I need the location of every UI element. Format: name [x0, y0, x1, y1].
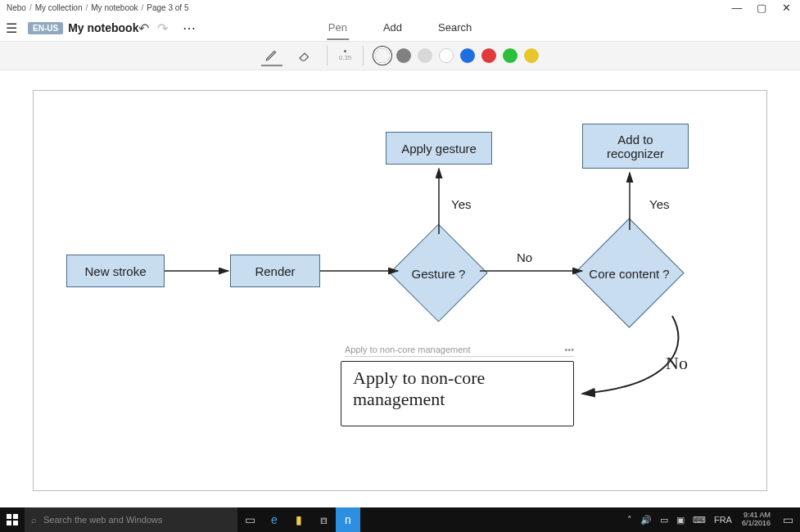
toolbar-divider [363, 46, 364, 65]
svg-rect-8 [13, 521, 18, 525]
system-tray: ˄ 🔊 ▭ ▣ ⌨ FRA [622, 515, 737, 525]
taskbar-app-edge[interactable]: e [262, 507, 287, 532]
action-center-button[interactable]: ▭ [775, 507, 800, 532]
eraser-icon [297, 48, 312, 63]
mode-tabs: Pen Add Search [327, 16, 473, 40]
taskbar-app-nebo[interactable]: n [336, 507, 360, 532]
clock-date: 6/1/2016 [742, 520, 771, 528]
node-text: Gesture ? [412, 266, 466, 280]
eraser-tool[interactable] [294, 45, 315, 66]
edge-label-yes: Yes [649, 197, 669, 211]
thickness-value: 0.35 [339, 54, 352, 61]
crumb-app[interactable]: Nebo [3, 3, 29, 12]
tab-add[interactable]: Add [382, 16, 404, 40]
edge-label-yes: Yes [451, 197, 471, 211]
more-button[interactable]: ⋯ [176, 20, 204, 36]
flow-decision-gesture[interactable]: Gesture ? [404, 238, 473, 308]
color-palette [375, 48, 539, 63]
edge-label-no: No [517, 250, 532, 264]
tray-network-icon[interactable]: ▭ [660, 515, 668, 525]
svg-rect-5 [7, 514, 11, 519]
windows-taskbar: ⌕ Search the web and Windows ▭ e ▮ ⧈ n ˄… [0, 507, 800, 532]
search-icon: ⌕ [31, 515, 37, 525]
flow-node-apply-gesture[interactable]: Apply gesture [386, 132, 492, 165]
notebook-title: My notebook [68, 21, 138, 34]
tray-keyboard-icon[interactable]: ⌨ [693, 515, 706, 525]
pen-icon [264, 47, 279, 62]
taskbar-app-explorer[interactable]: ▮ [287, 507, 311, 532]
pen-tool[interactable] [261, 45, 282, 66]
thickness-dot-icon [344, 50, 346, 52]
taskbar-clock[interactable]: 9:41 AM 6/1/2016 [737, 512, 775, 528]
node-text: Core content ? [589, 266, 669, 280]
crumb-collection[interactable]: My collection [32, 3, 86, 12]
task-view-button[interactable]: ▭ [237, 507, 262, 532]
undo-button[interactable]: ↶ [138, 20, 149, 36]
drawing-canvas[interactable]: New stroke Render Apply gesture Add to r… [33, 90, 767, 491]
window-maximize-button[interactable]: ▢ [756, 2, 767, 14]
tab-search[interactable]: Search [436, 16, 473, 40]
thickness-selector[interactable]: 0.35 [339, 50, 352, 61]
node-text: recognizer [607, 147, 664, 160]
tray-volume-icon[interactable]: 🔊 [640, 515, 652, 525]
color-swatch-white[interactable] [439, 48, 454, 63]
node-text: Add to [617, 133, 653, 147]
color-swatch-green[interactable] [503, 48, 518, 63]
color-swatch-gray[interactable] [396, 48, 411, 63]
toolbar-divider [327, 46, 328, 65]
svg-rect-7 [7, 521, 11, 525]
tray-up-icon[interactable]: ˄ [627, 515, 632, 525]
flow-decision-core-content[interactable]: Core content ? [590, 234, 668, 312]
color-swatch-lightgray[interactable] [418, 48, 432, 63]
search-placeholder: Search the web and Windows [43, 515, 163, 525]
flow-node-new-stroke[interactable]: New stroke [66, 255, 165, 287]
flow-node-add-recognizer[interactable]: Add to recognizer [582, 124, 689, 169]
tray-battery-icon[interactable]: ▣ [676, 515, 685, 525]
color-swatch-yellow[interactable] [524, 48, 539, 63]
color-swatch-blue[interactable] [460, 48, 475, 63]
menu-button[interactable]: ☰ [0, 20, 23, 36]
redo-button[interactable]: ↷ [157, 20, 168, 36]
recognition-hint[interactable]: Apply to non-core management ••• [345, 345, 574, 357]
handwriting-text: Apply to non-core management [353, 367, 485, 411]
windows-icon [7, 514, 18, 525]
tab-pen[interactable]: Pen [327, 16, 349, 40]
flow-node-render[interactable]: Render [230, 255, 320, 287]
recognition-text: Apply to non-core management [345, 345, 470, 354]
canvas-area: New stroke Render Apply gesture Add to r… [0, 70, 800, 498]
svg-rect-6 [13, 514, 18, 519]
edge-label-no-handwritten: No [666, 353, 688, 374]
start-button[interactable] [0, 507, 25, 532]
color-swatch-black[interactable] [375, 48, 390, 63]
app-header: ☰ EN-US My notebook Pen Add Search ↶ ↷ ⋯ [0, 15, 800, 41]
window-close-button[interactable]: ✕ [780, 2, 792, 14]
language-badge[interactable]: EN-US [28, 22, 63, 34]
crumb-page[interactable]: Page 3 of 5 [143, 3, 192, 12]
recognition-more-icon[interactable]: ••• [564, 345, 574, 354]
window-minimize-button[interactable]: — [731, 2, 743, 14]
taskbar-app-store[interactable]: ⧈ [311, 507, 336, 532]
taskbar-search[interactable]: ⌕ Search the web and Windows [25, 507, 237, 532]
crumb-notebook[interactable]: My notebook [88, 3, 141, 12]
title-bar: Nebo / My collection / My notebook / Pag… [0, 0, 800, 15]
pen-toolbar: 0.35 [0, 41, 800, 70]
tray-language[interactable]: FRA [714, 515, 732, 525]
color-swatch-red[interactable] [481, 48, 496, 63]
